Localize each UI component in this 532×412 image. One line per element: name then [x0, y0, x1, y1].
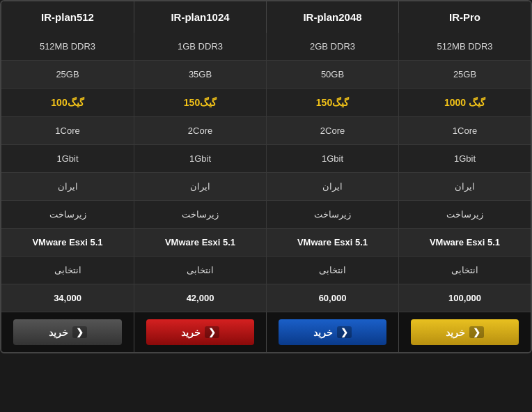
location-col-3: ایران: [134, 173, 266, 201]
row-bandwidth: گیگ 1000 گیگ150 گیگ150 گیگ100: [1, 89, 531, 117]
type-col-3: انتخابی: [134, 257, 266, 284]
storage-col-4: 25GB: [1, 61, 134, 89]
buy-button-2[interactable]: ❮ خرید: [279, 319, 387, 345]
type-col-4: انتخابی: [1, 257, 134, 284]
speed-col-3: 1Gbit: [134, 145, 266, 173]
arrow-icon-3: ❮: [205, 326, 219, 338]
row-core: 1Core 2Core 2Core 1Core: [1, 117, 531, 145]
location-col-1: ایران: [398, 173, 531, 201]
buy-button-1[interactable]: ❮ خرید: [411, 319, 519, 345]
row-storage: 25GB 50GB 35GB 25GB: [1, 61, 531, 89]
buy-label-1: خرید: [446, 327, 465, 338]
infra-col-1: زیرساخت: [398, 201, 531, 229]
table-header: IR-Pro IR-plan2048 IR-plan1024 IR-plan51…: [1, 1, 531, 33]
buy-label-3: خرید: [181, 327, 201, 338]
core-col-2: 2Core: [266, 117, 398, 145]
price-col-2: 60,000: [266, 284, 398, 312]
header-col-2: IR-plan2048: [266, 1, 398, 33]
ram-col-1: 512MB DDR3: [398, 33, 531, 61]
price-col-1: 100,000: [398, 284, 531, 312]
buy-label-4: خرید: [49, 327, 68, 338]
os-col-2: VMware Esxi 5.1: [266, 229, 398, 257]
bandwidth-col-4: گیگ100: [1, 89, 134, 117]
row-ram: 512MB DDR3 2GB DDR3 1GB DDR3 512MB DDR3: [1, 33, 531, 61]
os-col-1: VMware Esxi 5.1: [398, 229, 531, 257]
buy-label-2: خرید: [313, 327, 333, 338]
row-infra: زیرساخت زیرساخت زیرساخت زیرساخت: [1, 201, 531, 229]
arrow-icon-1: ❮: [469, 326, 484, 338]
header-col-1: IR-Pro: [398, 1, 531, 33]
core-col-3: 2Core: [134, 117, 266, 145]
type-col-1: انتخابی: [398, 257, 531, 284]
row-speed: 1Gbit 1Gbit 1Gbit 1Gbit: [1, 145, 531, 173]
infra-col-4: زیرساخت: [1, 201, 134, 229]
price-col-3: 42,000: [134, 284, 266, 312]
core-col-4: 1Core: [1, 117, 134, 145]
footer-col-3: ❮ خرید: [134, 312, 266, 352]
arrow-icon-2: ❮: [337, 326, 352, 338]
bandwidth-col-1: گیگ 1000: [398, 89, 531, 117]
ram-col-4: 512MB DDR3: [1, 33, 134, 61]
arrow-icon-4: ❮: [72, 326, 87, 338]
row-type: انتخابی انتخابی انتخابی انتخابی: [1, 257, 531, 284]
core-col-1: 1Core: [398, 117, 531, 145]
bandwidth-col-3: گیگ150: [134, 89, 266, 117]
footer-row: ❮ خرید ❮ خرید ❮ خرید ❮ خرید: [1, 312, 531, 352]
type-col-2: انتخابی: [266, 257, 398, 284]
speed-col-4: 1Gbit: [1, 145, 134, 173]
header-col-4: IR-plan512: [1, 1, 134, 33]
os-col-4: VMware Esxi 5.1: [1, 229, 134, 257]
infra-col-3: زیرساخت: [134, 201, 266, 229]
row-price: 100,000 60,000 42,000 34,000: [1, 284, 531, 312]
speed-col-2: 1Gbit: [266, 145, 398, 173]
storage-col-2: 50GB: [266, 61, 398, 89]
infra-col-2: زیرساخت: [266, 201, 398, 229]
footer-col-4: ❮ خرید: [1, 312, 134, 352]
os-col-3: VMware Esxi 5.1: [134, 229, 266, 257]
storage-col-3: 35GB: [134, 61, 266, 89]
speed-col-1: 1Gbit: [398, 145, 531, 173]
row-os: VMware Esxi 5.1 VMware Esxi 5.1 VMware E…: [1, 229, 531, 257]
bandwidth-col-2: گیگ150: [266, 89, 398, 117]
buy-button-4[interactable]: ❮ خرید: [13, 319, 123, 345]
footer-col-2: ❮ خرید: [266, 312, 398, 352]
header-col-3: IR-plan1024: [134, 1, 266, 33]
footer-col-1: ❮ خرید: [398, 312, 531, 352]
ram-col-3: 1GB DDR3: [134, 33, 266, 61]
location-col-2: ایران: [266, 173, 398, 201]
pricing-table: IR-Pro IR-plan2048 IR-plan1024 IR-plan51…: [0, 0, 532, 353]
storage-col-1: 25GB: [398, 61, 531, 89]
row-location: ایران ایران ایران ایران: [1, 173, 531, 201]
ram-col-2: 2GB DDR3: [266, 33, 398, 61]
location-col-4: ایران: [1, 173, 134, 201]
price-col-4: 34,000: [1, 284, 134, 312]
buy-button-3[interactable]: ❮ خرید: [146, 319, 255, 345]
